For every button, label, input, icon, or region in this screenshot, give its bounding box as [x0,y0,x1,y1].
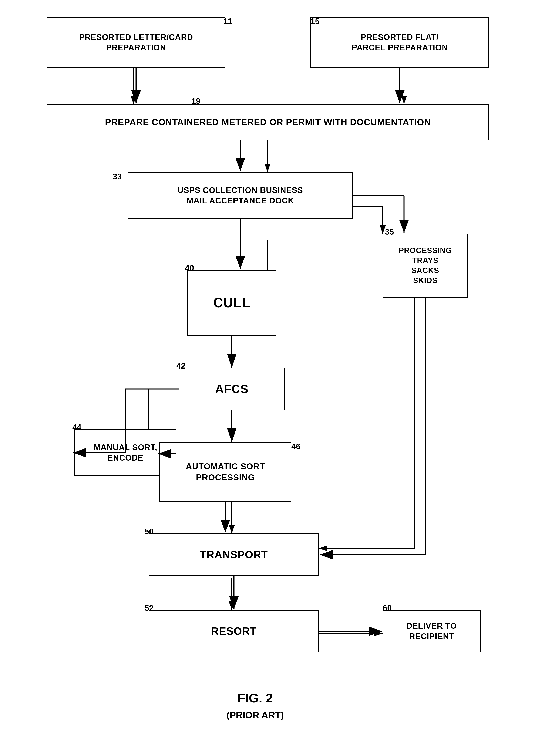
ref-52: 52 [145,604,154,613]
automatic-sort-box: AUTOMATIC SORT PROCESSING [159,442,291,501]
resort-box: RESORT [149,610,319,653]
transport-box: TRANSPORT [149,533,319,576]
ref-11: 11 [223,17,232,26]
prepare-containered-box: PREPARE CONTAINERED METERED OR PERMIT WI… [47,104,489,140]
presorted-letter-box: PRESORTED LETTER/CARD PREPARATION [47,17,225,68]
ref-60: 60 [383,604,392,613]
ref-50: 50 [145,527,154,536]
deliver-box: DELIVER TO RECIPIENT [383,610,481,653]
ref-15: 15 [310,17,319,26]
ref-33: 33 [113,172,122,181]
ref-40: 40 [185,263,194,273]
cull-box: CULL [187,270,276,336]
ref-35: 35 [385,228,394,236]
ref-42: 42 [177,361,185,370]
presorted-flat-box: PRESORTED FLAT/ PARCEL PREPARATION [310,17,489,68]
ref-46: 46 [291,442,300,451]
ref-44: 44 [72,423,81,432]
diagram-container: PRESORTED LETTER/CARD PREPARATION 11 PRE… [0,0,535,756]
ref-19: 19 [191,97,200,106]
usps-collection-box: USPS COLLECTION BUSINESS MAIL ACCEPTANCE… [127,172,353,219]
afcs-box: AFCS [179,368,285,410]
processing-trays-box: PROCESSING TRAYS SACKS SKIDS [383,234,468,298]
fig-title: FIG. 2 [170,691,340,705]
fig-subtitle: (PRIOR ART) [170,710,340,720]
